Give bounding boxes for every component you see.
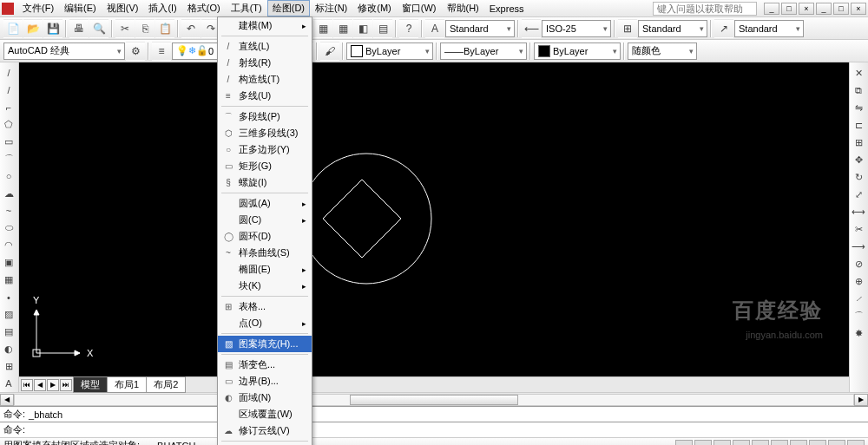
menu-table[interactable]: ⊞表格... <box>218 298 312 315</box>
menu-line[interactable]: /直线(L) <box>218 38 312 55</box>
markup-icon[interactable]: ◧ <box>353 19 372 38</box>
workspace-combo[interactable]: AutoCAD 经典 <box>3 43 125 60</box>
scroll-left-icon[interactable]: ◀ <box>0 394 14 406</box>
menu-draw[interactable]: 绘图(D) <box>267 0 310 16</box>
copy-obj-icon[interactable]: ⧉ <box>850 82 867 99</box>
restore-button[interactable]: □ <box>781 3 797 15</box>
spline-icon[interactable]: ~ <box>0 202 17 219</box>
chamfer-icon[interactable]: ⟋ <box>850 290 867 307</box>
menu-help[interactable]: 帮助(H) <box>442 0 484 16</box>
menu-insert[interactable]: 插入(I) <box>143 0 181 16</box>
rectangle-icon[interactable]: ▭ <box>0 134 17 151</box>
grid-toggle[interactable] <box>694 440 712 446</box>
help-search-input[interactable] <box>653 2 757 16</box>
menu-donut[interactable]: ◯圆环(D) <box>218 228 312 245</box>
menu-view[interactable]: 视图(V) <box>102 0 144 16</box>
linetype-combo[interactable]: —— ByLayer <box>440 43 527 60</box>
revcloud-icon[interactable]: ☁ <box>0 185 17 202</box>
lineweight-combo[interactable]: ByLayer <box>534 43 621 60</box>
open-icon[interactable]: 📂 <box>23 19 43 38</box>
scroll-thumb[interactable] <box>350 395 517 405</box>
extend-icon[interactable]: ⟶ <box>850 238 867 255</box>
ortho-toggle[interactable] <box>713 440 731 446</box>
save-icon[interactable]: 💾 <box>43 19 62 38</box>
command-line-2[interactable]: 命令: <box>0 422 868 437</box>
doc-close-button[interactable]: × <box>851 3 866 15</box>
minimize-button[interactable]: _ <box>764 3 779 15</box>
region-icon[interactable]: ◐ <box>0 340 17 357</box>
menu-polygon[interactable]: ○正多边形(Y) <box>218 141 312 158</box>
mleaderstyle-icon[interactable]: ↗ <box>714 19 733 38</box>
circle-icon[interactable]: ○ <box>0 167 17 185</box>
menu-tools[interactable]: 工具(T) <box>226 0 267 16</box>
menu-file[interactable]: 文件(F) <box>17 0 59 16</box>
polar-toggle[interactable] <box>733 440 750 446</box>
xline-icon[interactable]: / <box>0 82 17 99</box>
calculator-icon[interactable]: ▤ <box>373 19 392 38</box>
scale-icon[interactable]: ⤢ <box>850 186 867 203</box>
arc-icon[interactable]: ⌒ <box>0 150 17 167</box>
help-icon[interactable]: ? <box>399 19 418 38</box>
paste-icon[interactable]: 📋 <box>155 19 174 38</box>
menu-xline[interactable]: /构造线(T) <box>218 71 312 88</box>
menu-region[interactable]: ◐面域(N) <box>218 389 312 406</box>
table-icon[interactable]: ⊞ <box>0 357 17 375</box>
polygon-icon[interactable]: ⬠ <box>0 116 17 134</box>
mirror-icon[interactable]: ⇋ <box>850 99 867 116</box>
dyn-toggle[interactable] <box>809 440 826 446</box>
textstyle-combo[interactable]: Standard <box>445 20 515 37</box>
menu-revcloud[interactable]: ☁修订云线(V) <box>218 422 312 439</box>
undo-icon[interactable]: ↶ <box>181 19 201 38</box>
menu-helix[interactable]: §螺旋(I) <box>218 174 312 191</box>
menu-format[interactable]: 格式(O) <box>182 0 226 16</box>
menu-block[interactable]: 块(K)▸ <box>218 278 312 294</box>
menu-ellipse[interactable]: 椭圆(E)▸ <box>218 261 312 278</box>
stretch-icon[interactable]: ⟷ <box>850 203 867 220</box>
close-button[interactable]: × <box>799 3 814 15</box>
tab-prev-icon[interactable]: ◀ <box>34 379 46 391</box>
dimstyle-icon[interactable]: ⟵ <box>522 19 541 38</box>
plotstyle-combo[interactable]: 随颜色 <box>628 43 697 60</box>
layer-manager-icon[interactable]: ≡ <box>152 42 171 61</box>
ellipsearc-icon[interactable]: ◠ <box>0 237 17 254</box>
copy-icon[interactable]: ⎘ <box>135 19 155 38</box>
color-combo[interactable]: ByLayer <box>346 43 433 60</box>
menu-3dpoly[interactable]: ⬡三维多段线(3) <box>218 125 312 141</box>
dimstyle-combo[interactable]: ISO-25 <box>542 20 611 37</box>
mleaderstyle-combo[interactable]: Standard <box>734 20 804 37</box>
menu-arc[interactable]: 圆弧(A)▸ <box>218 195 312 212</box>
textstyle-icon[interactable]: A <box>425 19 444 38</box>
menu-gradient[interactable]: ▤渐变色... <box>218 357 312 373</box>
mtext-icon[interactable]: A <box>0 375 17 392</box>
tab-layout1[interactable]: 布局1 <box>107 376 147 393</box>
menu-spline[interactable]: ~样条曲线(S) <box>218 245 312 261</box>
menu-express[interactable]: Express <box>484 2 529 16</box>
sheetset-icon[interactable]: ▦ <box>333 19 352 38</box>
tablestyle-combo[interactable]: Standard <box>638 20 707 37</box>
menu-rectangle[interactable]: ▭矩形(G) <box>218 158 312 174</box>
gradient-icon[interactable]: ▤ <box>0 323 17 340</box>
menu-edit[interactable]: 编辑(E) <box>59 0 102 16</box>
menu-dimension[interactable]: 标注(N) <box>310 0 352 16</box>
tab-model[interactable]: 模型 <box>73 376 108 393</box>
menu-mline[interactable]: ≡多线(U) <box>218 88 312 104</box>
lwt-toggle[interactable] <box>828 440 845 446</box>
menu-circle[interactable]: 圆(C)▸ <box>218 212 312 228</box>
makeblock-icon[interactable]: ▦ <box>0 272 17 289</box>
fillet-icon[interactable]: ⌒ <box>850 307 867 324</box>
print-icon[interactable]: 🖶 <box>69 19 89 38</box>
toolpalette-icon[interactable]: ▦ <box>313 19 332 38</box>
pline-icon[interactable]: ⌐ <box>0 99 17 116</box>
scroll-right-icon[interactable]: ▶ <box>854 394 868 406</box>
doc-minimize-button[interactable]: _ <box>816 3 832 15</box>
menu-window[interactable]: 窗口(W) <box>397 0 442 16</box>
ellipse-icon[interactable]: ⬭ <box>0 219 17 237</box>
menu-modify[interactable]: 修改(M) <box>352 0 397 16</box>
menu-modeling[interactable]: 建模(M)▸ <box>218 17 312 34</box>
line-icon[interactable]: / <box>0 64 17 82</box>
matchprop-icon[interactable]: 🖌 <box>320 42 339 61</box>
hatch-icon[interactable]: ▨ <box>0 305 17 323</box>
menu-point[interactable]: 点(O)▸ <box>218 315 312 331</box>
model-toggle[interactable] <box>847 440 865 446</box>
tablestyle-icon[interactable]: ⊞ <box>618 19 637 38</box>
